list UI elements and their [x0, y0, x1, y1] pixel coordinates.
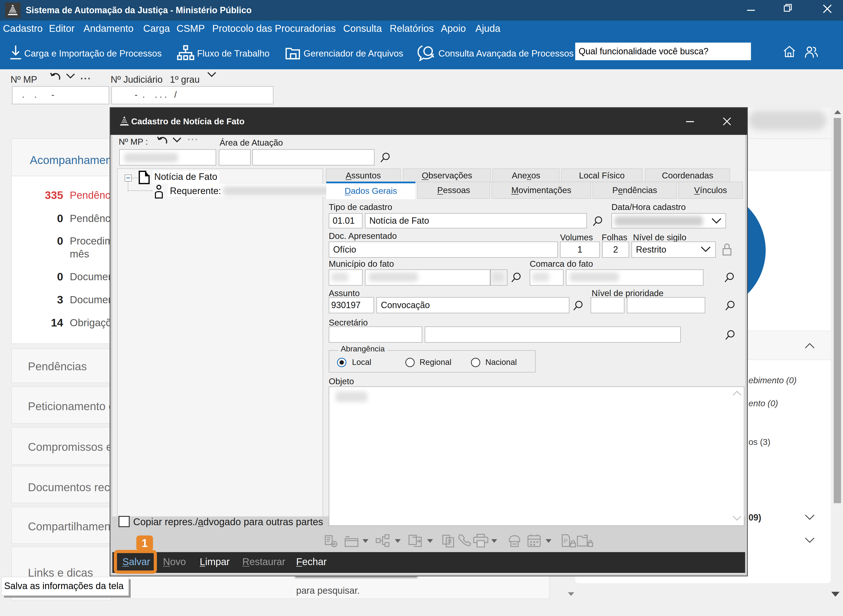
svg-text:P: P [564, 538, 567, 544]
